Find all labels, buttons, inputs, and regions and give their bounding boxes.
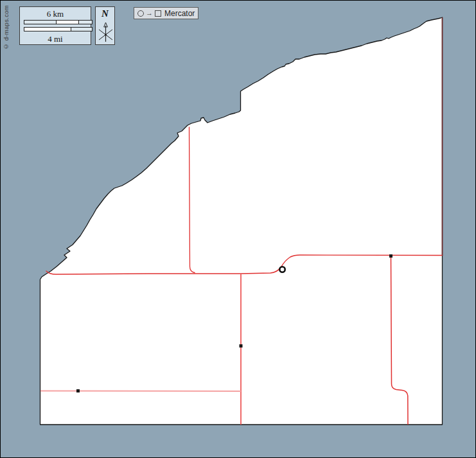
town-dot	[76, 389, 80, 392]
north-label: N	[96, 8, 114, 19]
copyright-text: © d-maps.com	[3, 5, 10, 50]
projection-box: → Mercator	[134, 7, 198, 19]
scale-segment	[24, 28, 71, 31]
scale-box: 6 km 4 mi	[19, 6, 91, 45]
town-dot	[389, 254, 392, 258]
scale-segment	[78, 21, 92, 24]
scale-segment	[56, 21, 78, 24]
projection-label: Mercator	[163, 9, 195, 18]
scale-bar-km	[24, 20, 93, 24]
scale-mi-label: 4 mi	[20, 34, 91, 44]
scale-km-label: 6 km	[20, 9, 91, 19]
north-arrow-icon	[96, 21, 116, 46]
square-icon	[155, 10, 161, 17]
town-dot	[240, 344, 243, 348]
scale-bar-mi	[24, 27, 93, 31]
map-page: © d-maps.com 6 km 4 mi N → Mercator	[0, 0, 476, 458]
road-west-secondary	[40, 391, 241, 392]
scale-segment	[71, 28, 92, 31]
city-ring-marker	[279, 267, 285, 272]
arrow-icon: →	[146, 10, 153, 17]
circle-icon	[137, 10, 144, 17]
map-canvas	[1, 1, 476, 458]
scale-segment	[24, 21, 56, 24]
north-box: N	[95, 6, 115, 45]
